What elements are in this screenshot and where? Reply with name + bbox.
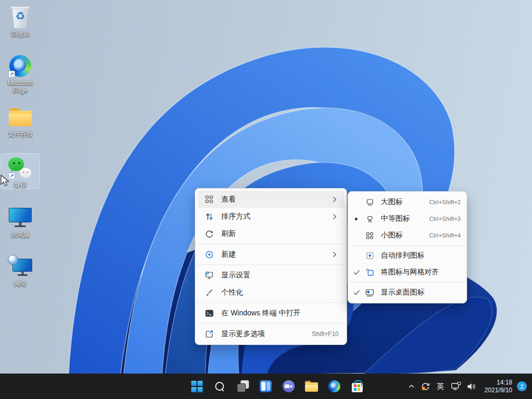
menu-item-show-more-options[interactable]: 显示更多选项 Shift+F10 (198, 325, 344, 342)
refresh-icon (205, 229, 214, 238)
menu-item-open-windows-terminal[interactable]: 在 Windows 终端 中打开 (198, 304, 344, 322)
small-icons-icon (365, 231, 374, 240)
windows-update-tray-button[interactable] (418, 376, 433, 397)
submenu-item-label: 显示桌面图标 (381, 288, 424, 297)
taskbar: 英 14:18 2021/9/10 (0, 374, 532, 399)
desktop-icon-label: 回收站 (11, 31, 30, 38)
submenu-item-label: 中等图标 (381, 214, 410, 223)
volume-tray-button[interactable] (464, 376, 480, 397)
desktop-icon-label: 微信 (14, 181, 26, 189)
notification-badge[interactable]: 2 (517, 381, 527, 391)
widgets-button[interactable] (254, 376, 277, 397)
desktop-icon-this-pc[interactable]: 此电脑 (1, 204, 39, 238)
chat-icon (283, 380, 295, 392)
submenu-item-large-icons[interactable]: 大图标 Ctrl+Shift+2 (350, 194, 465, 210)
menu-item-label: 刷新 (221, 229, 332, 238)
speaker-icon (467, 382, 476, 391)
clock[interactable]: 14:18 2021/9/10 (485, 379, 512, 394)
view-submenu: 大图标 Ctrl+Shift+2 中等图标 Ctrl+Shift+3 小图标 C… (348, 191, 467, 303)
update-restart-icon (421, 382, 430, 391)
auto-arrange-icon (365, 251, 374, 260)
search-button[interactable] (208, 376, 231, 397)
menu-separator (348, 282, 467, 283)
menu-item-sort-by[interactable]: 排序方式 (198, 208, 344, 225)
store-button[interactable] (345, 376, 368, 397)
desktop-icon-recycle-bin[interactable]: ♻ 回收站 (1, 3, 39, 38)
submenu-item-align-to-grid[interactable]: 将图标与网格对齐 (350, 264, 465, 281)
menu-item-display-settings[interactable]: 显示设置 (198, 267, 344, 284)
task-view-button[interactable] (231, 376, 254, 397)
recycle-bin-icon: ♻ (8, 5, 33, 29)
file-explorer-icon (305, 381, 318, 392)
desktop-icon-label: 网络 (14, 280, 26, 287)
search-icon (214, 381, 225, 392)
menu-separator (195, 264, 347, 265)
checkmark-icon (353, 270, 363, 275)
submenu-item-medium-icons[interactable]: 中等图标 Ctrl+Shift+3 (350, 210, 465, 227)
desktop-icon-label: 此电脑 (11, 231, 30, 238)
menu-item-personalize[interactable]: 个性化 (198, 284, 344, 301)
tray-time: 14:18 (485, 379, 512, 387)
start-button[interactable] (185, 376, 208, 397)
terminal-icon (205, 309, 214, 317)
ime-label: 英 (433, 382, 448, 391)
personalize-brush-icon (205, 288, 214, 297)
menu-separator (348, 245, 467, 246)
desktop-icon-microsoft-edge[interactable]: ↗ Microsoft Edge (1, 52, 39, 94)
sort-icon (205, 212, 214, 221)
large-icons-icon (365, 198, 374, 207)
desktop-icon-network[interactable]: 网络 (1, 252, 39, 287)
view-grid-icon (205, 195, 214, 204)
ethernet-network-icon (451, 382, 461, 391)
submenu-item-shortcut: Ctrl+Shift+3 (429, 216, 461, 222)
checkmark-icon (353, 290, 363, 296)
submenu-item-label: 将图标与网格对齐 (381, 268, 439, 277)
menu-item-new[interactable]: 新建 (198, 246, 344, 263)
wechat-icon: ↗ (8, 156, 33, 180)
desktop[interactable]: ♻ 回收站 ↗ Microsoft Edge 文件存放 ↗ 微信 此电脑 (0, 0, 532, 399)
microsoft-store-icon (352, 383, 363, 392)
menu-item-label: 新建 (221, 250, 332, 259)
submenu-item-label: 大图标 (381, 197, 403, 207)
menu-item-shortcut: Shift+F10 (312, 330, 339, 338)
menu-item-label: 排序方式 (221, 212, 332, 221)
menu-item-label: 显示更多选项 (221, 329, 312, 339)
network-icon (8, 255, 33, 278)
file-explorer-button[interactable] (300, 376, 323, 397)
align-grid-icon (365, 268, 374, 277)
menu-separator (195, 302, 347, 303)
menu-item-refresh[interactable]: 刷新 (198, 225, 344, 242)
chevron-right-icon (332, 251, 340, 258)
this-pc-icon (8, 206, 33, 230)
folder-icon (8, 105, 33, 129)
task-view-icon (237, 380, 249, 392)
menu-separator (195, 244, 347, 244)
edge-icon: ↗ (8, 54, 33, 78)
network-tray-button[interactable] (448, 376, 464, 397)
radio-bullet-icon (353, 218, 363, 220)
display-settings-icon (205, 271, 214, 280)
submenu-item-show-desktop-icons[interactable]: 显示桌面图标 (350, 284, 465, 301)
shortcut-arrow-icon: ↗ (8, 71, 15, 77)
submenu-item-small-icons[interactable]: 小图标 Ctrl+Shift+4 (350, 227, 465, 244)
desktop-icon-file-storage[interactable]: 文件存放 (1, 103, 39, 138)
menu-item-label: 个性化 (221, 288, 332, 297)
desktop-icon-label: 文件存放 (8, 130, 33, 138)
desktop-icon-label: Microsoft Edge (2, 79, 39, 94)
context-menu: 查看 排序方式 刷新 (195, 188, 347, 345)
tray-chevron-button[interactable] (405, 376, 418, 397)
medium-icons-icon (365, 215, 374, 223)
windows-logo-icon (191, 381, 203, 392)
chevron-right-icon (332, 214, 340, 220)
submenu-item-auto-arrange[interactable]: 自动排列图标 (350, 247, 465, 264)
edge-button[interactable] (323, 376, 345, 397)
more-options-icon (205, 329, 214, 338)
submenu-item-shortcut: Ctrl+Shift+4 (429, 232, 461, 238)
menu-item-view[interactable]: 查看 (198, 191, 344, 208)
chevron-up-icon (408, 384, 415, 388)
ime-indicator[interactable]: 英 (433, 376, 448, 397)
menu-separator (195, 323, 347, 324)
tray-date: 2021/9/10 (485, 387, 512, 394)
new-icon (205, 250, 214, 259)
chat-button[interactable] (277, 376, 300, 397)
